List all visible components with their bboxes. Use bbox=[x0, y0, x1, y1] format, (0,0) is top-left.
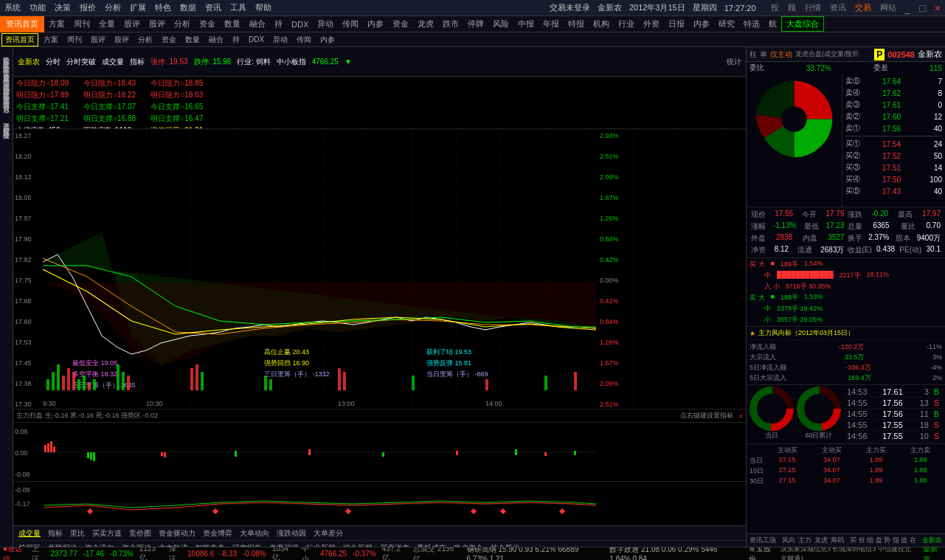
bt-big-diff[interactable]: 大单差分 bbox=[311, 528, 345, 539]
tab2-increase[interactable]: 资金 bbox=[158, 33, 180, 46]
action-invest[interactable]: 投 bbox=[769, 2, 780, 13]
statistics[interactable]: 统计 bbox=[727, 57, 741, 67]
tab2-eastmoney[interactable]: DDX bbox=[245, 34, 268, 45]
ob-sell3-price[interactable]: 17.61 bbox=[863, 101, 920, 109]
close-indicator[interactable]: × bbox=[739, 412, 743, 420]
tab-alert[interactable]: 异动 bbox=[313, 17, 338, 31]
tab-fall[interactable]: 跌市 bbox=[438, 17, 463, 31]
tab-foreign[interactable]: 外资 bbox=[639, 17, 664, 31]
ob-sell4-price[interactable]: 17.62 bbox=[863, 89, 920, 97]
tab-nav[interactable]: 航 bbox=[764, 17, 781, 31]
tab2-score[interactable]: 股评 bbox=[111, 33, 133, 46]
tab-hold[interactable]: 持 bbox=[270, 17, 287, 31]
bt-ratio[interactable]: 里比 bbox=[68, 528, 87, 539]
tab2-private[interactable]: 数量 bbox=[181, 33, 204, 46]
bt-big-order[interactable]: 大单动向 bbox=[238, 528, 271, 539]
tab-fund[interactable]: 资金 bbox=[388, 17, 413, 31]
ob-buy2-price[interactable]: 17.52 bbox=[863, 152, 920, 160]
tab2-minute[interactable]: 资讯首页 bbox=[1, 33, 38, 46]
bt2-account[interactable]: 账户资金 bbox=[451, 543, 485, 547]
tab-combine[interactable]: 融合 bbox=[245, 17, 270, 31]
ob-sell2-price[interactable]: 17.60 bbox=[863, 113, 920, 121]
bt2-track[interactable]: 主力轨迹 bbox=[156, 543, 190, 547]
window-minimize[interactable]: _ bbox=[904, 2, 913, 14]
tab-special[interactable]: 特报 bbox=[564, 17, 589, 31]
menu-analysis[interactable]: 分析 bbox=[103, 2, 122, 13]
chart-type-active[interactable]: 仅主动 bbox=[770, 49, 792, 60]
tab-ddx[interactable]: DDX bbox=[287, 18, 313, 30]
tab2-invest[interactable]: 内参 bbox=[316, 33, 339, 46]
window-maximize[interactable]: □ bbox=[918, 2, 927, 14]
menu-system[interactable]: 系统 bbox=[3, 2, 22, 13]
tab2-week[interactable]: 周刊 bbox=[63, 33, 86, 46]
right-click-hint[interactable]: 点右键建设置指标 bbox=[680, 411, 733, 421]
bt2-expand[interactable]: 扩展区 bbox=[16, 543, 43, 547]
rbt-wind[interactable]: 风向 bbox=[782, 536, 795, 545]
rbt-info[interactable]: 资讯工场 bbox=[750, 536, 776, 545]
bt2-industry-news[interactable]: 行业新闻 bbox=[304, 543, 338, 547]
tab-quantity[interactable]: 数量 bbox=[220, 17, 245, 31]
tab-review2[interactable]: 股评 bbox=[145, 17, 170, 31]
tab2-industry2[interactable]: 传闻 bbox=[293, 33, 315, 46]
tab-home[interactable]: 资讯首页 bbox=[0, 16, 44, 32]
bt2-broker[interactable]: 券商评级 bbox=[267, 543, 301, 547]
action-website[interactable]: 网站 bbox=[879, 2, 898, 13]
tab2-concept[interactable]: 分析 bbox=[134, 33, 156, 46]
tab-industry[interactable]: 行业 bbox=[614, 17, 639, 31]
ob-buy3-price[interactable]: 17.51 bbox=[863, 164, 920, 172]
bt-rise-reason[interactable]: 涨跌动因 bbox=[274, 528, 308, 539]
menu-tools[interactable]: 工具 bbox=[229, 2, 248, 13]
tab-insider2[interactable]: 内参 bbox=[689, 17, 714, 31]
menu-extend[interactable]: 扩展 bbox=[128, 2, 148, 13]
ob-sell1-price[interactable]: 17.56 bbox=[863, 125, 920, 133]
rbt-main[interactable]: 主力 bbox=[798, 536, 811, 545]
tab-dragon[interactable]: 龙虎 bbox=[413, 17, 438, 31]
bt2-smart[interactable]: 智能盘盘 bbox=[193, 543, 227, 547]
tab-capital[interactable]: 资金 bbox=[195, 17, 220, 31]
bt2-position[interactable]: 持仓股份 bbox=[488, 543, 522, 547]
tab-suspend[interactable]: 停牌 bbox=[463, 17, 488, 31]
bt-buysell[interactable]: 买卖方道 bbox=[90, 528, 124, 539]
rbt-tabs2[interactable]: 买 价 细 盘 势 指 值 在 bbox=[850, 536, 916, 545]
menu-special[interactable]: 特色 bbox=[153, 2, 173, 13]
bt2-relate[interactable]: 关联报价 bbox=[46, 543, 80, 547]
bt-vol[interactable]: 成交量 bbox=[16, 528, 43, 539]
tab2-individual[interactable]: 融合 bbox=[205, 33, 227, 46]
bt2-buy-detail[interactable]: 买卖详表 bbox=[378, 543, 412, 547]
tab-risk[interactable]: 风险 bbox=[488, 17, 513, 31]
bt2-comprehensive[interactable]: 综合新闻 bbox=[341, 543, 375, 547]
action-market[interactable]: 行情 bbox=[803, 2, 823, 13]
ob-sell5-price[interactable]: 17.64 bbox=[863, 77, 920, 86]
tab-bigpanel[interactable]: 大盘综合 bbox=[781, 16, 824, 32]
action-trade[interactable]: 交易 bbox=[854, 2, 873, 13]
tab2-wan[interactable]: 异动 bbox=[269, 33, 291, 46]
tab-research[interactable]: 研究 bbox=[714, 17, 739, 31]
tab-mid[interactable]: 中报 bbox=[513, 17, 539, 31]
ob-buy1-price[interactable]: 17.54 bbox=[863, 140, 920, 148]
window-close[interactable]: × bbox=[933, 2, 942, 14]
chart-type-bar[interactable]: 柱 bbox=[750, 49, 757, 60]
bt-capital-drive[interactable]: 资金驱动力 bbox=[156, 528, 198, 539]
menu-info[interactable]: 资讯 bbox=[204, 2, 223, 13]
tab2-day[interactable]: 方案 bbox=[40, 33, 62, 46]
tab-daily[interactable]: 日报 bbox=[664, 17, 689, 31]
bt2-drive[interactable]: 资金驱动 bbox=[120, 543, 153, 547]
rbt-chip[interactable]: 筹码 bbox=[831, 536, 844, 545]
ob-buy4-price[interactable]: 17.50 bbox=[863, 176, 920, 184]
tab-scheme[interactable]: 方案 bbox=[44, 17, 69, 31]
menu-decision[interactable]: 决策 bbox=[53, 2, 72, 13]
bt-competition[interactable]: 竞价图 bbox=[127, 528, 153, 539]
tab-inst[interactable]: 机构 bbox=[589, 17, 614, 31]
bt-indicator[interactable]: 指标 bbox=[46, 528, 65, 539]
tab2-stock-eval[interactable]: 股评 bbox=[87, 33, 109, 46]
tab-annual[interactable]: 年报 bbox=[539, 17, 564, 31]
menu-function[interactable]: 功能 bbox=[28, 2, 47, 13]
action-info[interactable]: 资讯 bbox=[828, 2, 848, 13]
ob-buy5-price[interactable]: 17.43 bbox=[863, 187, 920, 196]
bt2-research[interactable]: 研究报告 bbox=[230, 543, 264, 547]
tab-rumor[interactable]: 传闻 bbox=[338, 17, 363, 31]
chart-type-single[interactable]: 单 bbox=[760, 49, 767, 60]
menu-help[interactable]: 帮助 bbox=[254, 2, 273, 13]
action-consult[interactable]: 顾 bbox=[786, 2, 797, 13]
tab-analyze[interactable]: 分析 bbox=[170, 17, 195, 31]
